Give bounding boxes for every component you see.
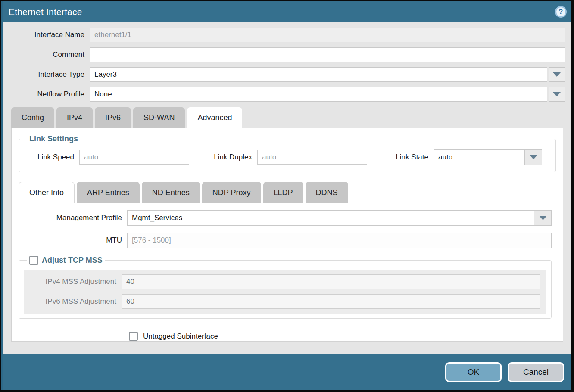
mtu-input[interactable] — [127, 233, 552, 248]
netflow-profile-dropdown-button[interactable] — [549, 87, 565, 102]
management-profile-value: Mgmt_Services — [128, 211, 534, 225]
tab-ipv4-label: IPv4 — [67, 113, 82, 122]
tab-sdwan[interactable]: SD-WAN — [133, 107, 185, 128]
tab-ipv4[interactable]: IPv4 — [56, 107, 93, 128]
cancel-button[interactable]: Cancel — [508, 362, 564, 382]
interface-name-row: Interface Name — [9, 28, 565, 42]
tab-nd-entries[interactable]: ND Entries — [142, 182, 200, 203]
tab-lldp[interactable]: LLDP — [263, 182, 303, 203]
ethernet-interface-dialog: Ethernet Interface ? Interface Name Comm… — [1, 1, 571, 390]
main-tabbar: Config IPv4 IPv6 SD-WAN Advanced — [3, 107, 571, 128]
netflow-profile-row: Netflow Profile None — [9, 87, 565, 102]
comment-field[interactable] — [90, 47, 565, 62]
tab-config-label: Config — [22, 113, 44, 122]
tab-lldp-label: LLDP — [274, 188, 293, 197]
link-settings-row: Link Speed Link Duplex Link State auto — [24, 149, 550, 165]
tab-ddns-label: DDNS — [316, 188, 338, 197]
mtu-label: MTU — [19, 236, 127, 245]
ipv6-mss-input — [122, 294, 540, 309]
tab-ndp-proxy[interactable]: NDP Proxy — [202, 182, 261, 203]
ipv4-mss-row: IPv4 MSS Adjustment — [24, 274, 540, 289]
footer-gap — [3, 342, 571, 354]
management-profile-select[interactable]: Mgmt_Services — [127, 210, 552, 226]
chevron-down-icon — [530, 155, 537, 159]
ipv4-mss-label: IPv4 MSS Adjustment — [24, 277, 122, 286]
adjust-tcp-mss-group: Adjust TCP MSS IPv4 MSS Adjustment IPv6 … — [19, 256, 552, 319]
dialog-title: Ethernet Interface — [9, 7, 82, 17]
management-profile-dropdown-button[interactable] — [534, 211, 551, 225]
adjust-tcp-mss-checkbox[interactable] — [29, 256, 38, 265]
adjust-tcp-mss-legend: Adjust TCP MSS — [27, 256, 105, 265]
footer: OK Cancel — [3, 354, 571, 390]
ipv4-mss-input — [122, 274, 540, 289]
management-profile-label: Management Profile — [19, 214, 127, 222]
tab-advanced-label: Advanced — [197, 113, 232, 122]
ipv6-mss-row: IPv6 MSS Adjustment — [24, 294, 540, 309]
adjust-tcp-mss-legend-text: Adjust TCP MSS — [42, 256, 103, 265]
untagged-subinterface-label: Untagged Subinterface — [143, 332, 218, 341]
management-profile-row: Management Profile Mgmt_Services — [19, 210, 556, 226]
untagged-subinterface-row: Untagged Subinterface — [129, 332, 556, 341]
interface-type-value: Layer3 — [94, 70, 117, 79]
link-state-value: auto — [434, 150, 524, 165]
tab-ndp-proxy-label: NDP Proxy — [212, 188, 251, 197]
titlebar: Ethernet Interface ? — [3, 1, 571, 22]
chevron-down-icon — [539, 216, 547, 220]
chevron-down-icon — [553, 92, 561, 96]
comment-row: Comment — [9, 47, 565, 62]
tab-config[interactable]: Config — [11, 107, 54, 128]
tab-advanced[interactable]: Advanced — [187, 107, 242, 128]
link-settings-group: Link Settings Link Speed Link Duplex Lin… — [19, 134, 556, 172]
tab-other-info-label: Other Info — [29, 188, 64, 197]
mss-disabled-panel: IPv4 MSS Adjustment IPv6 MSS Adjustment — [24, 270, 546, 314]
interface-name-field — [90, 28, 565, 42]
link-state-dropdown-button[interactable] — [524, 150, 542, 165]
advanced-tab-panel: Link Settings Link Speed Link Duplex Lin… — [11, 128, 563, 342]
link-speed-input[interactable] — [79, 150, 189, 165]
interface-type-label: Interface Type — [9, 70, 90, 79]
tab-other-info[interactable]: Other Info — [19, 182, 75, 203]
chevron-down-icon — [553, 72, 561, 77]
link-duplex-input[interactable] — [257, 150, 367, 165]
tab-ipv6[interactable]: IPv6 — [95, 107, 131, 128]
netflow-profile-field[interactable]: None — [90, 87, 547, 102]
link-state-label: Link State — [394, 153, 434, 162]
tab-ipv6-label: IPv6 — [105, 113, 121, 122]
help-icon-glyph: ? — [559, 8, 563, 16]
inner-tabbar: Other Info ARP Entries ND Entries NDP Pr… — [19, 182, 556, 203]
netflow-profile-label: Netflow Profile — [9, 90, 90, 99]
interface-name-label: Interface Name — [9, 31, 90, 39]
link-speed-label: Link Speed — [24, 153, 79, 162]
interface-type-row: Interface Type Layer3 — [9, 67, 565, 82]
upper-form: Interface Name Comment Interface Type La… — [3, 22, 571, 107]
interface-type-dropdown-button[interactable] — [549, 67, 565, 82]
untagged-subinterface-checkbox[interactable] — [129, 332, 138, 341]
help-icon[interactable]: ? — [555, 6, 567, 18]
mtu-row: MTU — [19, 233, 556, 248]
tab-arp-entries[interactable]: ARP Entries — [77, 182, 140, 203]
tab-nd-entries-label: ND Entries — [152, 188, 190, 197]
interface-type-field[interactable]: Layer3 — [90, 67, 547, 82]
ok-button[interactable]: OK — [445, 362, 502, 382]
ipv6-mss-label: IPv6 MSS Adjustment — [24, 297, 122, 306]
tab-arp-entries-label: ARP Entries — [87, 188, 129, 197]
link-settings-legend: Link Settings — [27, 134, 81, 143]
link-state-select[interactable]: auto — [434, 149, 542, 165]
tab-sdwan-label: SD-WAN — [144, 113, 175, 122]
netflow-profile-value: None — [94, 90, 112, 99]
link-duplex-label: Link Duplex — [210, 153, 257, 162]
tab-ddns[interactable]: DDNS — [306, 182, 348, 203]
comment-label: Comment — [9, 50, 90, 59]
